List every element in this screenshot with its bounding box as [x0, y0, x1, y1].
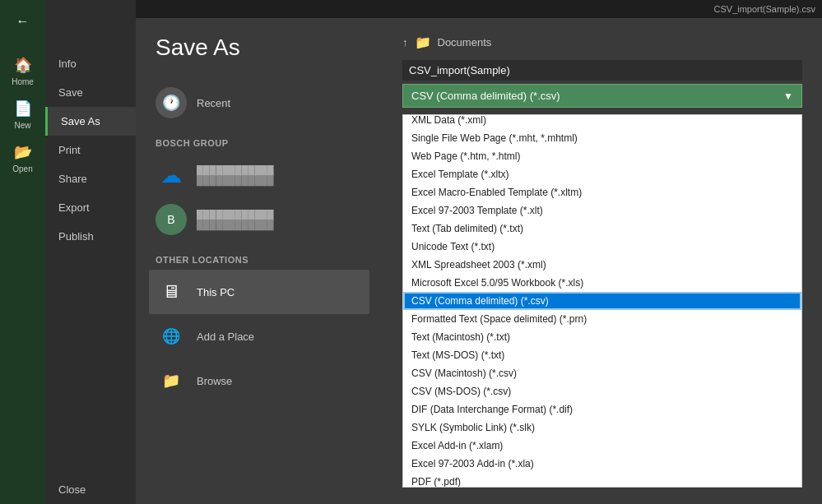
this-pc-item[interactable]: 🖥 This PC [149, 270, 369, 314]
menu-item-save[interactable]: Save [45, 78, 136, 107]
new-icon: 📄 [14, 99, 32, 118]
format-option-18[interactable]: Text (Macintosh) (*.txt) [403, 328, 801, 346]
add-place-icon: 🌐 [156, 321, 187, 352]
format-option-17[interactable]: Formatted Text (Space delimited) (*.prn) [403, 310, 801, 328]
format-option-9[interactable]: Excel Template (*.xltx) [403, 165, 801, 183]
format-option-14[interactable]: XML Spreadsheet 2003 (*.xml) [403, 256, 801, 274]
onedrive-sublabel: ████████████ [197, 175, 274, 185]
page-title: Save As [156, 35, 363, 61]
format-option-12[interactable]: Text (Tab delimited) (*.txt) [403, 220, 801, 238]
format-option-20[interactable]: CSV (Macintosh) (*.csv) [403, 364, 801, 382]
menu-item-save-as[interactable]: Save As [45, 107, 136, 136]
this-pc-icon: 🖥 [156, 276, 187, 307]
recent-item[interactable]: 🕐 Recent [156, 81, 363, 125]
filetype-selected-label: CSV (Comma delimited) (*.csv) [411, 90, 560, 102]
format-option-6[interactable]: XML Data (*.xml) [403, 114, 801, 129]
filename-input[interactable] [402, 60, 802, 81]
breadcrumb-text: Documents [438, 36, 492, 49]
right-panel: ↑ 📁 Documents CSV (Comma delimited) (*.c… [383, 18, 822, 504]
breadcrumb-up-icon[interactable]: ↑ [402, 36, 408, 49]
sidebar-item-home[interactable]: 🏠 Home [0, 49, 45, 93]
onedrive-item[interactable]: ☁ ████████████ ████████████ [156, 153, 363, 197]
format-option-15[interactable]: Microsoft Excel 5.0/95 Workbook (*.xls) [403, 274, 801, 292]
sites-label: ████████████ [197, 210, 274, 220]
folder-icon: 📁 [415, 35, 431, 50]
sites-sublabel: ████████████ [197, 220, 274, 229]
sites-avatar: B [156, 204, 187, 235]
sites-item[interactable]: B ████████████ ████████████ [156, 197, 363, 242]
home-label: Home [12, 77, 34, 86]
left-panel: Save As 🕐 Recent Bosch Group ☁ █████████… [136, 18, 383, 504]
sidebar-menu: Info Save Save As Print Share Export Pub… [45, 0, 136, 504]
format-dropdown-list[interactable]: CSV (Comma delimited) (*.csv)Excel Workb… [402, 114, 802, 488]
content-body: Save As 🕐 Recent Bosch Group ☁ █████████… [136, 18, 822, 504]
main-content: CSV_import(Sample).csv Save As 🕐 Recent … [136, 0, 822, 504]
open-icon: 📂 [14, 143, 32, 161]
format-option-7[interactable]: Single File Web Page (*.mht, *.mhtml) [403, 129, 801, 147]
add-place-item[interactable]: 🌐 Add a Place [156, 314, 363, 358]
this-pc-label: This PC [197, 286, 235, 298]
format-option-16[interactable]: CSV (Comma delimited) (*.csv) [403, 292, 801, 310]
back-button[interactable]: ← [8, 7, 38, 36]
filetype-row: CSV (Comma delimited) (*.csv) ▼ [402, 84, 802, 108]
format-option-22[interactable]: DIF (Data Interchange Format) (*.dif) [403, 400, 801, 418]
format-option-13[interactable]: Unicode Text (*.txt) [403, 238, 801, 256]
new-label: New [14, 121, 30, 130]
browse-item[interactable]: 📁 Browse [156, 358, 363, 403]
add-place-label: Add a Place [197, 331, 254, 343]
chevron-down-icon: ▼ [783, 90, 793, 102]
window-title: CSV_import(Sample).csv [714, 4, 815, 14]
menu-item-publish[interactable]: Publish [45, 222, 136, 251]
recent-label: Recent [197, 97, 230, 109]
title-bar: CSV_import(Sample).csv [136, 0, 822, 18]
menu-item-info[interactable]: Info [45, 49, 136, 78]
format-option-8[interactable]: Web Page (*.htm, *.html) [403, 147, 801, 165]
menu-item-export[interactable]: Export [45, 193, 136, 222]
sites-info: ████████████ ████████████ [197, 210, 274, 229]
bosch-group-header: Bosch Group [156, 138, 363, 148]
format-option-10[interactable]: Excel Macro-Enabled Template (*.xltm) [403, 183, 801, 201]
sidebar-narrow: ← 🏠 Home 📄 New 📂 Open [0, 0, 45, 504]
open-label: Open [12, 164, 32, 173]
onedrive-info: ████████████ ████████████ [197, 165, 274, 185]
filetype-select[interactable]: CSV (Comma delimited) (*.csv) ▼ [402, 84, 802, 108]
onedrive-label: ████████████ [197, 165, 274, 175]
menu-item-print[interactable]: Print [45, 136, 136, 164]
format-option-23[interactable]: SYLK (Symbolic Link) (*.slk) [403, 418, 801, 437]
format-option-21[interactable]: CSV (MS-DOS) (*.csv) [403, 382, 801, 400]
format-option-11[interactable]: Excel 97-2003 Template (*.xlt) [403, 201, 801, 220]
browse-label: Browse [197, 375, 232, 387]
format-option-26[interactable]: PDF (*.pdf) [403, 473, 801, 488]
format-option-24[interactable]: Excel Add-in (*.xlam) [403, 437, 801, 455]
other-locations-header: Other locations [156, 255, 363, 265]
menu-item-close[interactable]: Close [45, 475, 136, 504]
sidebar-item-open[interactable]: 📂 Open [0, 136, 45, 180]
recent-icon: 🕐 [156, 87, 187, 118]
home-icon: 🏠 [14, 56, 32, 74]
menu-item-share[interactable]: Share [45, 164, 136, 193]
browse-icon: 📁 [156, 365, 187, 396]
format-option-19[interactable]: Text (MS-DOS) (*.txt) [403, 346, 801, 364]
cloud-icon: ☁ [156, 160, 187, 191]
format-option-25[interactable]: Excel 97-2003 Add-in (*.xla) [403, 455, 801, 473]
sidebar-item-new[interactable]: 📄 New [0, 93, 45, 136]
breadcrumb: ↑ 📁 Documents [402, 35, 802, 50]
